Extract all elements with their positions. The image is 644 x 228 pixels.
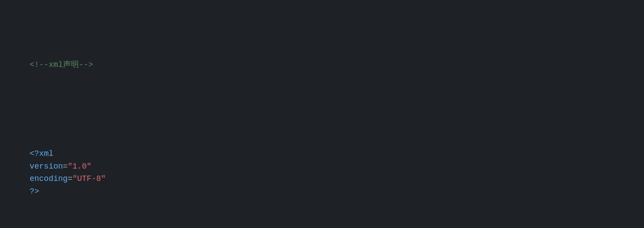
xml-version-value: "1.0" <box>68 162 92 171</box>
xml-eq1: = <box>63 162 68 171</box>
xml-declaration-comment: <!--xml声明--> <box>30 60 93 69</box>
xml-close: ?> <box>30 187 39 196</box>
code-editor: <!--xml声明--> <?xml version="1.0" encodin… <box>11 8 633 228</box>
xml-tag-name: ?xml <box>34 149 53 158</box>
xml-attr-version: version <box>30 162 63 171</box>
xml-tag-open: < <box>30 149 34 158</box>
line-2: <?xml version="1.0" encoding="UTF-8" ?> <box>11 135 633 211</box>
xml-eq2: = <box>68 174 73 183</box>
xml-encoding-value: "UTF-8" <box>72 174 106 183</box>
xml-attr-encoding: encoding <box>30 174 67 183</box>
line-1: <!--xml声明--> <box>11 46 633 84</box>
